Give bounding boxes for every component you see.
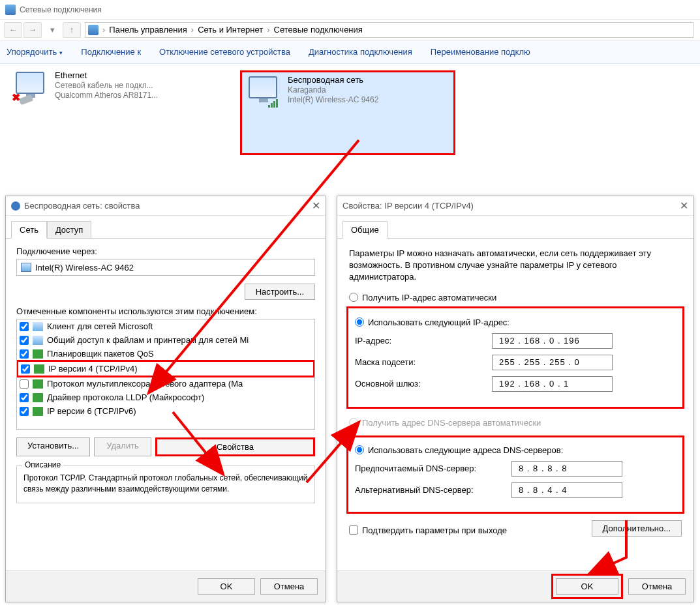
tab-strip: Общие — [337, 216, 693, 239]
tab-strip: Сеть Доступ — [6, 216, 326, 239]
confirm-on-exit-row[interactable]: Подтвердить параметры при выходе — [349, 525, 507, 535]
list-item: Протокол мультиплексора сетевого адаптер… — [17, 377, 314, 391]
ip-label: IP-адрес: — [355, 336, 492, 346]
configure-button[interactable]: Настроить... — [245, 284, 315, 300]
breadcrumb-seg-1[interactable]: Панель управления — [106, 25, 189, 35]
radio-label: Получить адрес DNS-сервера автоматически — [362, 418, 541, 428]
dialog-title-bar: Свойства: IP версии 4 (TCP/IPv4) ✕ — [337, 196, 693, 216]
gateway-input[interactable]: 192 . 168 . 0 . 1 — [492, 376, 613, 392]
component-label: Общий доступ к файлам и принтерам для се… — [47, 335, 249, 345]
breadcrumb-sep: › — [101, 25, 106, 35]
dialog-title: Свойства: IP версии 4 (TCP/IPv4) — [342, 201, 474, 211]
component-checkbox[interactable] — [20, 349, 29, 359]
radio-auto-dns: Получить адрес DNS-сервера автоматически — [349, 418, 682, 428]
connection-title: Беспроводная сеть — [288, 75, 378, 85]
tab-sharing[interactable]: Доступ — [47, 221, 91, 239]
ip-address-input[interactable]: 192 . 168 . 0 . 196 — [492, 333, 613, 349]
components-list[interactable]: Клиент для сетей Microsoft Общий доступ … — [16, 319, 315, 430]
properties-button[interactable]: Свойства — [155, 437, 315, 456]
address-box[interactable]: › Панель управления › Сеть и Интернет › … — [85, 22, 693, 38]
connection-adapter: Intel(R) Wireless-AC 9462 — [288, 95, 378, 104]
component-checkbox[interactable] — [20, 379, 29, 389]
dns1-input[interactable]: 8 . 8 . 8 . 8 — [511, 461, 622, 477]
connection-ethernet[interactable]: ✖ Ethernet Сетевой кабель не подкл... Qu… — [12, 70, 227, 155]
cmd-connect[interactable]: Подключение к — [81, 47, 141, 57]
component-checkbox[interactable] — [20, 407, 29, 416]
radio-manual-ip[interactable]: Использовать следующий IP-адрес: — [355, 317, 676, 327]
dns2-input[interactable]: 8 . 8 . 4 . 4 — [511, 482, 622, 498]
breadcrumb-sep: › — [190, 25, 195, 35]
install-button[interactable]: Установить... — [16, 437, 90, 456]
component-label: IP версии 4 (TCP/IPv4) — [48, 364, 138, 374]
cmd-diagnose[interactable]: Диагностика подключения — [309, 47, 412, 57]
confirm-checkbox[interactable] — [349, 525, 358, 535]
dialog-title: Беспроводная сеть: свойства — [24, 201, 140, 211]
connection-ssid: Karaganda — [288, 85, 378, 95]
radio-input — [349, 418, 358, 427]
dns2-label: Альтернативный DNS-сервер: — [355, 485, 511, 495]
network-icon — [5, 5, 16, 15]
command-bar: Упорядочить Подключение к Отключение сет… — [0, 40, 700, 64]
dns1-label: Предпочитаемый DNS-сервер: — [355, 464, 511, 473]
connection-status: Сетевой кабель не подкл... — [55, 81, 158, 90]
subnet-mask-input[interactable]: 255 . 255 . 255 . 0 — [492, 355, 613, 370]
dialog-body: Подключение через: Intel(R) Wireless-AC … — [6, 239, 326, 509]
adapter-icon — [11, 201, 20, 211]
list-item-ipv4: IP версии 4 (TCP/IPv4) — [16, 360, 315, 377]
ok-button[interactable]: OK — [198, 578, 255, 595]
radio-manual-dns[interactable]: Использовать следующие адреса DNS-сервер… — [355, 445, 676, 455]
radio-label: Использовать следующий IP-адрес: — [368, 317, 510, 327]
radio-input[interactable] — [349, 293, 358, 302]
list-item: Клиент для сетей Microsoft — [17, 319, 314, 333]
component-checkbox[interactable] — [20, 322, 29, 331]
dialog-footer: OK Отмена — [6, 570, 326, 602]
adapter-name-box: Intel(R) Wireless-AC 9462 — [16, 259, 315, 276]
radio-label: Получить IP-адрес автоматически — [362, 293, 496, 302]
description-group: Описание Протокол TCP/IP. Стандартный пр… — [16, 465, 315, 503]
breadcrumb-seg-2[interactable]: Сеть и Интернет — [195, 25, 266, 35]
wifi-icon — [245, 75, 284, 106]
component-label: Протокол мультиплексора сетевого адаптер… — [47, 379, 243, 389]
component-icon — [33, 322, 43, 331]
confirm-label: Подтвердить параметры при выходе — [362, 525, 507, 535]
cancel-button[interactable]: Отмена — [628, 578, 686, 595]
dialog-footer: OK Отмена — [337, 570, 693, 602]
window-title: Сетевые подключения — [20, 5, 102, 14]
cmd-rename[interactable]: Переименование подклю — [431, 47, 530, 57]
radio-input[interactable] — [355, 445, 364, 454]
ok-highlight: OK — [551, 574, 623, 599]
ok-button[interactable]: OK — [556, 578, 618, 595]
tab-network[interactable]: Сеть — [11, 221, 47, 239]
cancel-button[interactable]: Отмена — [260, 578, 318, 595]
remove-button: Удалить — [94, 437, 151, 456]
adapter-name: Intel(R) Wireless-AC 9462 — [35, 263, 134, 273]
title-bar: Сетевые подключения — [0, 0, 700, 20]
close-button[interactable]: ✕ — [312, 199, 320, 212]
nav-back-button[interactable]: ← — [4, 22, 22, 38]
cmd-disable[interactable]: Отключение сетевого устройства — [159, 47, 290, 57]
component-checkbox[interactable] — [20, 393, 29, 402]
list-item: Общий доступ к файлам и принтерам для се… — [17, 333, 314, 347]
radio-auto-ip[interactable]: Получить IP-адрес автоматически — [349, 293, 682, 302]
close-button[interactable]: ✕ — [680, 199, 688, 212]
nav-history-button[interactable]: ▾ — [43, 22, 61, 38]
component-icon — [34, 364, 44, 374]
explorer-window: Сетевые подключения ← → ▾ ↑ › Панель упр… — [0, 0, 700, 162]
dialog-title-bar: Беспроводная сеть: свойства ✕ — [6, 196, 326, 216]
nav-up-button[interactable]: ↑ — [63, 22, 81, 38]
radio-input[interactable] — [355, 317, 364, 327]
description-legend: Описание — [22, 460, 63, 469]
tab-general[interactable]: Общие — [342, 221, 388, 239]
component-checkbox[interactable] — [21, 364, 30, 374]
breadcrumb-seg-3[interactable]: Сетевые подключения — [271, 25, 365, 35]
cmd-organize[interactable]: Упорядочить — [7, 47, 63, 57]
nic-icon — [21, 263, 31, 272]
list-item: Драйвер протокола LLDP (Майкрософт) — [17, 391, 314, 404]
nav-forward-button[interactable]: → — [23, 22, 42, 38]
manual-ip-block: Использовать следующий IP-адрес: IP-адре… — [346, 306, 684, 409]
advanced-button[interactable]: Дополнительно... — [592, 520, 682, 537]
connection-wifi[interactable]: Беспроводная сеть Karaganda Intel(R) Wir… — [240, 70, 455, 155]
component-checkbox[interactable] — [20, 336, 29, 345]
component-icon — [33, 349, 43, 359]
component-icon — [33, 393, 43, 402]
